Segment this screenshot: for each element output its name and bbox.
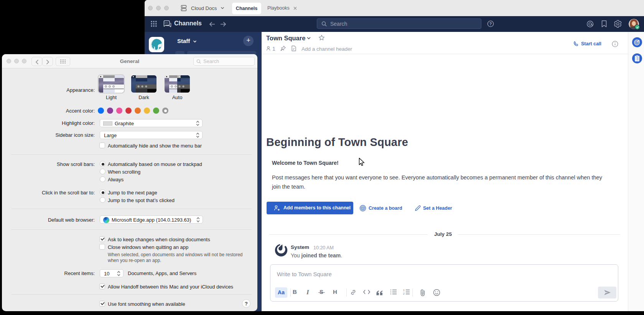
svg-text:2: 2 — [403, 292, 405, 295]
svg-text:?: ? — [489, 22, 492, 26]
svg-text:1: 1 — [403, 289, 405, 292]
